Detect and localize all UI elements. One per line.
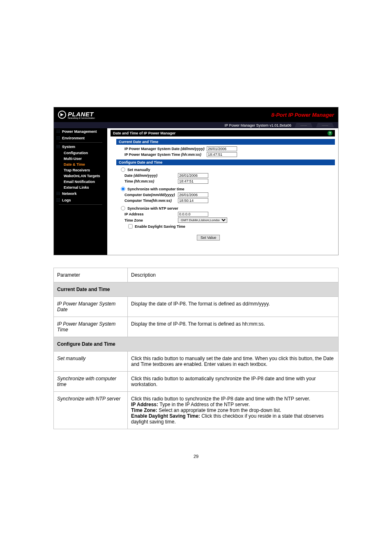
param-sys-time: IP Power Manager System Time [54, 317, 128, 337]
ntp-ip-input[interactable] [178, 212, 208, 217]
system-version: IP Power Manager System v1.01.Beta06 [225, 123, 291, 127]
sys-date-value [207, 146, 237, 151]
radio-set-manually[interactable] [121, 167, 125, 171]
sidebar-item-configuration[interactable]: Configuration [54, 150, 107, 156]
computer-time-input[interactable] [178, 198, 208, 203]
product-title: 8-Port IP Power Manager [271, 112, 334, 118]
sidebar-cat-network[interactable]: Network [54, 190, 107, 197]
sidebar-item-multi-user[interactable]: Multi-User [54, 156, 107, 162]
manual-date-label: Date (dd/mm/yyyy) [125, 173, 178, 178]
param-sync-ntp: Synchronize with NTP server [54, 392, 128, 429]
radio-sync-ntp-label: Synchronize with NTP server [127, 206, 178, 210]
timezone-label: Time Zone [125, 218, 178, 222]
sidebar-item-trap-receivers[interactable]: Trap Receivers [54, 167, 107, 173]
desc-sys-date: Display the date of IP-P8. The format is… [128, 297, 339, 317]
sys-time-label: IP Power Manager System Time (hh:mm:ss) [125, 153, 207, 157]
planet-logo-icon [58, 111, 66, 119]
group-configure-datetime: Configure Date and Time [54, 337, 339, 352]
brand-subtitle: Networking & Communication [68, 117, 95, 119]
dst-checkbox[interactable] [128, 224, 132, 228]
brand-logo: PLANET Networking & Communication [58, 111, 95, 119]
nav-dots-icon [56, 198, 60, 202]
radio-sync-ntp[interactable] [121, 206, 125, 210]
desc-sys-time: Display the time of IP-P8. The format is… [128, 317, 339, 337]
sidebar: Power Management Environment System Conf… [54, 128, 107, 255]
app-header: PLANET Networking & Communication 8-Port… [54, 107, 338, 122]
sidebar-label: Power Management [62, 130, 97, 134]
dst-label: Enable Daylight Saving Time [135, 224, 185, 229]
set-value-button[interactable]: Set Value [197, 235, 220, 240]
main-panel: Date and Time of IP Power Manager ? Curr… [107, 128, 338, 255]
desc-set-manually: Click this radio button to manually set … [128, 352, 339, 372]
app-subheader: IP Power Manager System v1.01.Beta06 ---… [54, 122, 338, 128]
radio-sync-computer[interactable] [121, 187, 125, 191]
computer-date-input[interactable] [178, 192, 208, 197]
nav-dots-icon [56, 192, 60, 196]
desc-sync-ntp: Click this radio button to synchronize t… [128, 392, 339, 429]
manual-date-input[interactable] [178, 173, 208, 178]
param-sync-computer: Synchronize with computer time [54, 372, 128, 392]
parameter-table: Parameter Description Current Date and T… [53, 268, 339, 429]
page-number: 29 [0, 454, 392, 459]
panel-title: Date and Time of IP Power Manager [113, 131, 175, 135]
radio-set-manually-label: Set manually [127, 168, 150, 172]
help-icon[interactable]: ? [327, 131, 332, 136]
header-tab-1[interactable]: ------ [295, 123, 313, 127]
section-configure-datetime: Configure Date and Time [116, 160, 335, 165]
col-header-parameter: Parameter [54, 268, 128, 282]
sidebar-item-email-notification[interactable]: Email Notification [54, 179, 107, 185]
manual-time-input[interactable] [178, 179, 208, 184]
panel-title-bar: Date and Time of IP Power Manager ? [111, 130, 335, 136]
manual-time-label: Time (hh:mm:ss) [125, 179, 178, 183]
header-tab-2[interactable]: ------ [316, 123, 334, 127]
sidebar-label: Network [62, 192, 77, 196]
sidebar-item-date-time[interactable]: Date & Time [54, 162, 107, 167]
param-set-manually: Set manually [54, 352, 128, 372]
sidebar-cat-power-management[interactable]: Power Management [54, 128, 107, 135]
sys-date-label: IP Power Manager System Date (dd/mm/yyyy… [125, 147, 207, 151]
sidebar-cat-system[interactable]: System [54, 143, 107, 150]
app-screenshot: PLANET Networking & Communication 8-Port… [53, 107, 339, 255]
nav-dots-icon [56, 145, 60, 149]
section-current-datetime: Current Date and Time [116, 139, 335, 145]
radio-sync-computer-label: Synchronize with computer time [127, 187, 184, 191]
col-header-description: Description [128, 268, 339, 282]
param-sys-date: IP Power Manager System Date [54, 297, 128, 317]
brand-name: PLANET [68, 111, 95, 118]
sys-time-value [207, 152, 237, 157]
sidebar-label: System [62, 145, 75, 149]
ntp-ip-label: IP Address [125, 212, 178, 216]
group-current-datetime: Current Date and Time [54, 282, 339, 297]
sidebar-label: Logs [62, 198, 71, 202]
sidebar-divider [59, 204, 102, 205]
computer-date-label: Computer Date(mm/dd/yyyy) [125, 193, 178, 197]
sidebar-item-wol-targets[interactable]: WakeOnLAN Targets [54, 173, 107, 179]
sidebar-item-external-links[interactable]: External Links [54, 185, 107, 190]
desc-sync-computer: Click this radio button to automatically… [128, 372, 339, 392]
computer-time-label: Computer Time(hh:mm:ss) [125, 199, 178, 203]
timezone-select[interactable]: GMT Dublin,Lisbon,London [178, 217, 227, 223]
nav-dots-icon [56, 136, 60, 140]
sidebar-divider [59, 142, 102, 143]
sidebar-cat-environment[interactable]: Environment [54, 135, 107, 141]
sidebar-label: Environment [62, 136, 85, 140]
nav-dots-icon [56, 130, 60, 134]
sidebar-cat-logs[interactable]: Logs [54, 197, 107, 204]
